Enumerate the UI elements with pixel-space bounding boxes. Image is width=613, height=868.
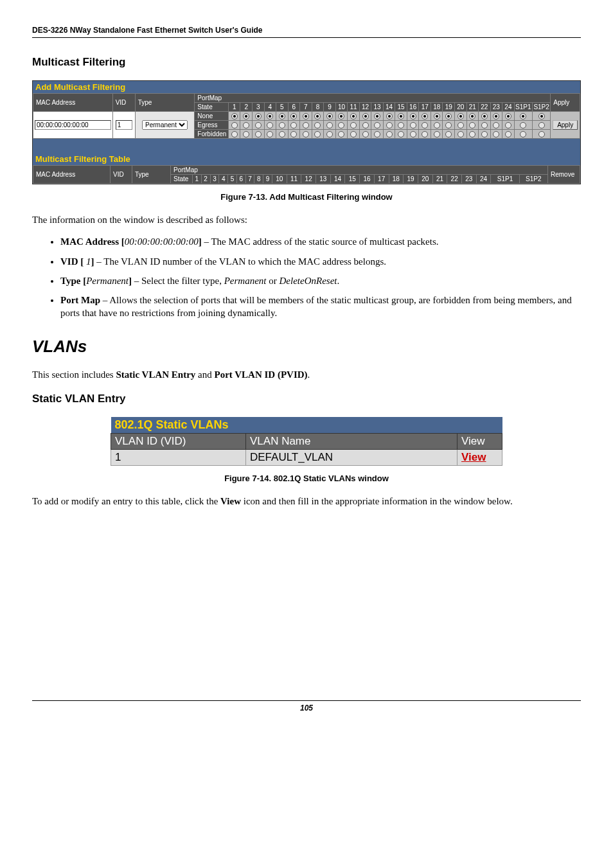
radio-none[interactable] <box>395 112 407 121</box>
radio-egress[interactable] <box>335 121 348 130</box>
radio-forbidden[interactable] <box>502 130 515 139</box>
radio-forbidden[interactable] <box>419 130 431 139</box>
radio-egress[interactable] <box>371 121 384 130</box>
radio-none[interactable] <box>455 112 467 121</box>
portcol: 7 <box>245 175 254 184</box>
radio-forbidden[interactable] <box>300 130 312 139</box>
radio-none[interactable] <box>312 112 324 121</box>
mac-address-input[interactable] <box>35 120 111 130</box>
radio-none[interactable] <box>264 112 276 121</box>
radio-egress[interactable] <box>407 121 419 130</box>
radio-forbidden[interactable] <box>490 130 502 139</box>
radio-none[interactable] <box>532 112 550 121</box>
radio-egress[interactable] <box>300 121 312 130</box>
portcol: 17 <box>419 103 431 112</box>
radio-none[interactable] <box>407 112 419 121</box>
radio-forbidden[interactable] <box>359 130 371 139</box>
portcol: 1 <box>228 103 240 112</box>
type-select[interactable]: Permanent <box>142 120 188 130</box>
radio-egress[interactable] <box>443 121 455 130</box>
radio-none[interactable] <box>300 112 312 121</box>
radio-egress[interactable] <box>383 121 395 130</box>
doc-header: DES-3226 NWay Standalone Fast Ethernet S… <box>32 26 581 38</box>
radio-none[interactable] <box>324 112 336 121</box>
radio-none[interactable] <box>466 112 479 121</box>
radio-forbidden[interactable] <box>371 130 384 139</box>
radio-none[interactable] <box>383 112 395 121</box>
radio-egress[interactable] <box>276 121 289 130</box>
radio-egress[interactable] <box>532 121 550 130</box>
radio-egress[interactable] <box>288 121 300 130</box>
radio-forbidden[interactable] <box>383 130 395 139</box>
radio-none[interactable] <box>371 112 384 121</box>
radio-forbidden[interactable] <box>312 130 324 139</box>
portcol: 18 <box>431 103 443 112</box>
radio-egress[interactable] <box>240 121 253 130</box>
radio-forbidden[interactable] <box>443 130 455 139</box>
radio-forbidden[interactable] <box>395 130 407 139</box>
radio-none[interactable] <box>276 112 289 121</box>
radio-none[interactable] <box>240 112 253 121</box>
radio-egress[interactable] <box>490 121 502 130</box>
radio-egress[interactable] <box>264 121 276 130</box>
vid-input[interactable] <box>116 120 132 130</box>
radio-egress[interactable] <box>479 121 491 130</box>
radio-forbidden[interactable] <box>407 130 419 139</box>
radio-forbidden[interactable] <box>348 130 360 139</box>
apply-button[interactable]: Apply <box>553 120 578 130</box>
final-para: To add or modify an entry to this table,… <box>32 495 581 508</box>
radio-forbidden[interactable] <box>455 130 467 139</box>
mac-input-cell <box>33 112 113 139</box>
radio-egress[interactable] <box>502 121 515 130</box>
radio-forbidden[interactable] <box>252 130 264 139</box>
radio-none[interactable] <box>288 112 300 121</box>
desc: – The VLAN ID number of the VLAN to whic… <box>94 256 387 267</box>
radio-none[interactable] <box>490 112 502 121</box>
strong: View <box>220 496 241 506</box>
radio-forbidden[interactable] <box>288 130 300 139</box>
view-link[interactable]: View <box>461 451 486 463</box>
radio-egress[interactable] <box>228 121 240 130</box>
radio-forbidden[interactable] <box>431 130 443 139</box>
portcol: 10 <box>335 103 348 112</box>
radio-egress[interactable] <box>514 121 532 130</box>
radio-forbidden[interactable] <box>532 130 550 139</box>
section-heading-vlans: VLANs <box>32 337 581 357</box>
radio-egress[interactable] <box>466 121 479 130</box>
radio-none[interactable] <box>228 112 240 121</box>
radio-none[interactable] <box>252 112 264 121</box>
radio-egress[interactable] <box>395 121 407 130</box>
radio-forbidden[interactable] <box>466 130 479 139</box>
radio-forbidden[interactable] <box>264 130 276 139</box>
radio-forbidden[interactable] <box>228 130 240 139</box>
portcol: 23 <box>462 175 477 184</box>
radio-none[interactable] <box>514 112 532 121</box>
radio-egress[interactable] <box>252 121 264 130</box>
radio-egress[interactable] <box>419 121 431 130</box>
multicast-filtering-table: MAC Address VID Type PortMap Remove Stat… <box>33 165 580 184</box>
radio-none[interactable] <box>348 112 360 121</box>
radio-none[interactable] <box>335 112 348 121</box>
radio-none[interactable] <box>419 112 431 121</box>
radio-forbidden[interactable] <box>479 130 491 139</box>
radio-egress[interactable] <box>324 121 336 130</box>
radio-forbidden[interactable] <box>276 130 289 139</box>
radio-forbidden[interactable] <box>514 130 532 139</box>
portcol: 16 <box>360 175 375 184</box>
radio-egress[interactable] <box>348 121 360 130</box>
radio-egress[interactable] <box>312 121 324 130</box>
radio-egress[interactable] <box>431 121 443 130</box>
radio-none[interactable] <box>431 112 443 121</box>
radio-none[interactable] <box>443 112 455 121</box>
radio-none[interactable] <box>359 112 371 121</box>
radio-none[interactable] <box>479 112 491 121</box>
radio-none[interactable] <box>502 112 515 121</box>
vlan-col-id: VLAN ID (VID) <box>111 433 246 449</box>
static-vlans-panel: 802.1Q Static VLANs VLAN ID (VID) VLAN N… <box>111 417 502 466</box>
radio-egress[interactable] <box>359 121 371 130</box>
radio-forbidden[interactable] <box>240 130 253 139</box>
state-none: None <box>195 112 229 121</box>
radio-egress[interactable] <box>455 121 467 130</box>
radio-forbidden[interactable] <box>335 130 348 139</box>
radio-forbidden[interactable] <box>324 130 336 139</box>
